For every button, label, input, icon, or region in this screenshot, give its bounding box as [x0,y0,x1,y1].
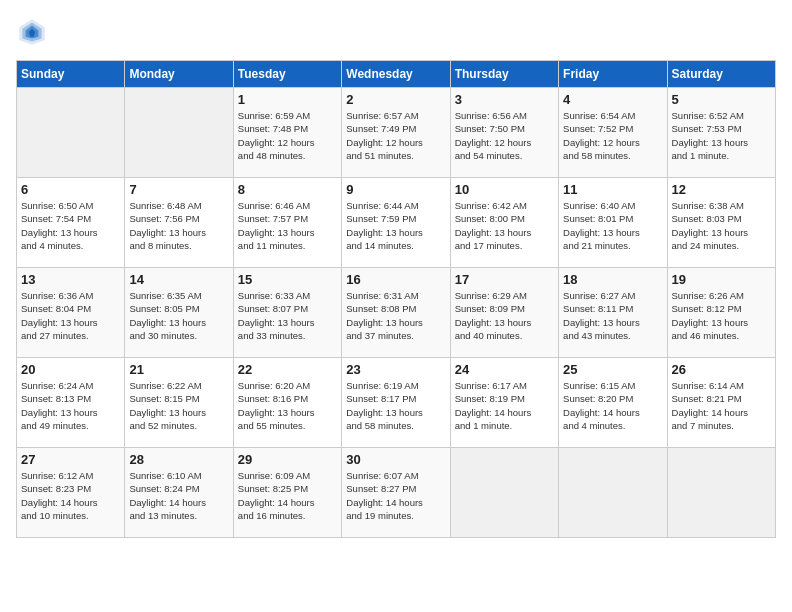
day-info: Sunrise: 6:09 AM Sunset: 8:25 PM Dayligh… [238,469,337,522]
logo-icon [16,16,48,48]
calendar-cell: 16Sunrise: 6:31 AM Sunset: 8:08 PM Dayli… [342,268,450,358]
day-info: Sunrise: 6:17 AM Sunset: 8:19 PM Dayligh… [455,379,554,432]
day-info: Sunrise: 6:19 AM Sunset: 8:17 PM Dayligh… [346,379,445,432]
calendar-cell: 2Sunrise: 6:57 AM Sunset: 7:49 PM Daylig… [342,88,450,178]
day-info: Sunrise: 6:50 AM Sunset: 7:54 PM Dayligh… [21,199,120,252]
day-info: Sunrise: 6:14 AM Sunset: 8:21 PM Dayligh… [672,379,771,432]
day-number: 13 [21,272,120,287]
day-info: Sunrise: 6:46 AM Sunset: 7:57 PM Dayligh… [238,199,337,252]
day-number: 15 [238,272,337,287]
weekday-header-friday: Friday [559,61,667,88]
day-number: 5 [672,92,771,107]
day-info: Sunrise: 6:31 AM Sunset: 8:08 PM Dayligh… [346,289,445,342]
day-number: 10 [455,182,554,197]
weekday-header-row: SundayMondayTuesdayWednesdayThursdayFrid… [17,61,776,88]
calendar-week-5: 27Sunrise: 6:12 AM Sunset: 8:23 PM Dayli… [17,448,776,538]
calendar-week-2: 6Sunrise: 6:50 AM Sunset: 7:54 PM Daylig… [17,178,776,268]
day-info: Sunrise: 6:38 AM Sunset: 8:03 PM Dayligh… [672,199,771,252]
calendar-cell [450,448,558,538]
day-number: 11 [563,182,662,197]
day-info: Sunrise: 6:36 AM Sunset: 8:04 PM Dayligh… [21,289,120,342]
calendar-cell: 24Sunrise: 6:17 AM Sunset: 8:19 PM Dayli… [450,358,558,448]
day-number: 14 [129,272,228,287]
calendar-cell: 15Sunrise: 6:33 AM Sunset: 8:07 PM Dayli… [233,268,341,358]
weekday-header-monday: Monday [125,61,233,88]
day-number: 24 [455,362,554,377]
calendar-cell: 25Sunrise: 6:15 AM Sunset: 8:20 PM Dayli… [559,358,667,448]
day-number: 21 [129,362,228,377]
day-number: 12 [672,182,771,197]
day-info: Sunrise: 6:26 AM Sunset: 8:12 PM Dayligh… [672,289,771,342]
day-number: 3 [455,92,554,107]
day-number: 4 [563,92,662,107]
day-info: Sunrise: 6:29 AM Sunset: 8:09 PM Dayligh… [455,289,554,342]
calendar-cell [125,88,233,178]
day-number: 6 [21,182,120,197]
weekday-header-wednesday: Wednesday [342,61,450,88]
day-info: Sunrise: 6:48 AM Sunset: 7:56 PM Dayligh… [129,199,228,252]
day-info: Sunrise: 6:12 AM Sunset: 8:23 PM Dayligh… [21,469,120,522]
calendar-cell: 22Sunrise: 6:20 AM Sunset: 8:16 PM Dayli… [233,358,341,448]
day-info: Sunrise: 6:15 AM Sunset: 8:20 PM Dayligh… [563,379,662,432]
day-number: 16 [346,272,445,287]
calendar-cell: 17Sunrise: 6:29 AM Sunset: 8:09 PM Dayli… [450,268,558,358]
calendar-cell: 1Sunrise: 6:59 AM Sunset: 7:48 PM Daylig… [233,88,341,178]
day-number: 1 [238,92,337,107]
calendar-cell: 4Sunrise: 6:54 AM Sunset: 7:52 PM Daylig… [559,88,667,178]
day-number: 29 [238,452,337,467]
calendar-cell: 29Sunrise: 6:09 AM Sunset: 8:25 PM Dayli… [233,448,341,538]
day-info: Sunrise: 6:52 AM Sunset: 7:53 PM Dayligh… [672,109,771,162]
calendar-cell: 14Sunrise: 6:35 AM Sunset: 8:05 PM Dayli… [125,268,233,358]
day-number: 28 [129,452,228,467]
calendar-cell: 26Sunrise: 6:14 AM Sunset: 8:21 PM Dayli… [667,358,775,448]
day-number: 25 [563,362,662,377]
calendar-cell: 5Sunrise: 6:52 AM Sunset: 7:53 PM Daylig… [667,88,775,178]
calendar-cell: 13Sunrise: 6:36 AM Sunset: 8:04 PM Dayli… [17,268,125,358]
day-info: Sunrise: 6:07 AM Sunset: 8:27 PM Dayligh… [346,469,445,522]
calendar-week-4: 20Sunrise: 6:24 AM Sunset: 8:13 PM Dayli… [17,358,776,448]
day-info: Sunrise: 6:57 AM Sunset: 7:49 PM Dayligh… [346,109,445,162]
day-number: 7 [129,182,228,197]
calendar-cell [667,448,775,538]
day-number: 19 [672,272,771,287]
calendar-cell: 20Sunrise: 6:24 AM Sunset: 8:13 PM Dayli… [17,358,125,448]
day-number: 17 [455,272,554,287]
weekday-header-saturday: Saturday [667,61,775,88]
calendar-table: SundayMondayTuesdayWednesdayThursdayFrid… [16,60,776,538]
weekday-header-sunday: Sunday [17,61,125,88]
calendar-cell [559,448,667,538]
day-info: Sunrise: 6:42 AM Sunset: 8:00 PM Dayligh… [455,199,554,252]
calendar-cell: 12Sunrise: 6:38 AM Sunset: 8:03 PM Dayli… [667,178,775,268]
calendar-cell: 9Sunrise: 6:44 AM Sunset: 7:59 PM Daylig… [342,178,450,268]
day-number: 23 [346,362,445,377]
day-info: Sunrise: 6:54 AM Sunset: 7:52 PM Dayligh… [563,109,662,162]
day-info: Sunrise: 6:40 AM Sunset: 8:01 PM Dayligh… [563,199,662,252]
day-number: 18 [563,272,662,287]
day-info: Sunrise: 6:33 AM Sunset: 8:07 PM Dayligh… [238,289,337,342]
logo [16,16,52,48]
day-info: Sunrise: 6:59 AM Sunset: 7:48 PM Dayligh… [238,109,337,162]
day-info: Sunrise: 6:35 AM Sunset: 8:05 PM Dayligh… [129,289,228,342]
calendar-cell: 7Sunrise: 6:48 AM Sunset: 7:56 PM Daylig… [125,178,233,268]
day-number: 2 [346,92,445,107]
day-info: Sunrise: 6:20 AM Sunset: 8:16 PM Dayligh… [238,379,337,432]
day-info: Sunrise: 6:56 AM Sunset: 7:50 PM Dayligh… [455,109,554,162]
calendar-week-1: 1Sunrise: 6:59 AM Sunset: 7:48 PM Daylig… [17,88,776,178]
calendar-cell: 28Sunrise: 6:10 AM Sunset: 8:24 PM Dayli… [125,448,233,538]
weekday-header-thursday: Thursday [450,61,558,88]
day-info: Sunrise: 6:22 AM Sunset: 8:15 PM Dayligh… [129,379,228,432]
day-number: 30 [346,452,445,467]
calendar-cell: 23Sunrise: 6:19 AM Sunset: 8:17 PM Dayli… [342,358,450,448]
calendar-cell: 3Sunrise: 6:56 AM Sunset: 7:50 PM Daylig… [450,88,558,178]
calendar-cell: 21Sunrise: 6:22 AM Sunset: 8:15 PM Dayli… [125,358,233,448]
calendar-cell: 6Sunrise: 6:50 AM Sunset: 7:54 PM Daylig… [17,178,125,268]
calendar-cell: 8Sunrise: 6:46 AM Sunset: 7:57 PM Daylig… [233,178,341,268]
calendar-cell: 19Sunrise: 6:26 AM Sunset: 8:12 PM Dayli… [667,268,775,358]
page-header [16,16,776,48]
day-info: Sunrise: 6:27 AM Sunset: 8:11 PM Dayligh… [563,289,662,342]
calendar-cell: 30Sunrise: 6:07 AM Sunset: 8:27 PM Dayli… [342,448,450,538]
calendar-cell: 10Sunrise: 6:42 AM Sunset: 8:00 PM Dayli… [450,178,558,268]
day-number: 22 [238,362,337,377]
weekday-header-tuesday: Tuesday [233,61,341,88]
calendar-cell [17,88,125,178]
